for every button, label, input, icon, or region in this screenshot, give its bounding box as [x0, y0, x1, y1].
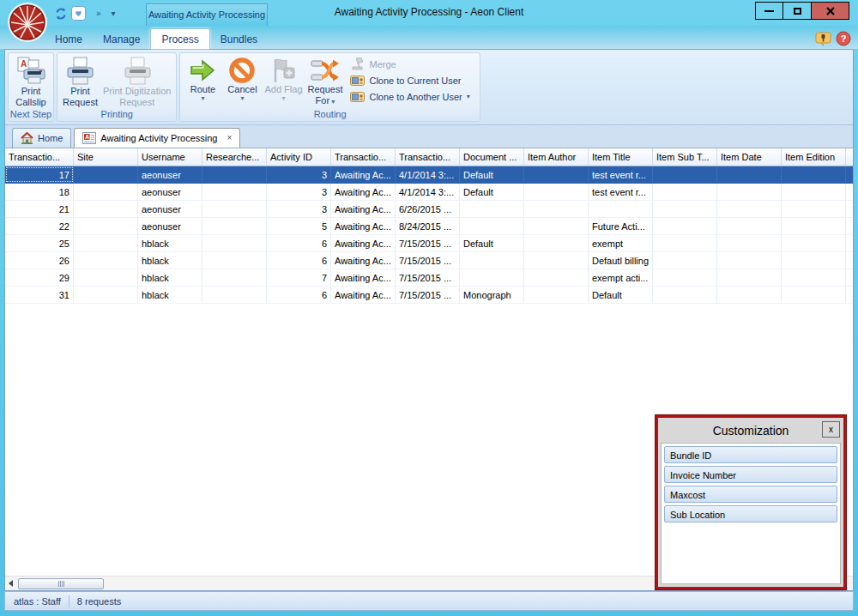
table-cell: Awaiting Ac... — [331, 252, 396, 269]
table-row[interactable]: 26hblack6Awaiting Ac...7/15/2015 ...Defa… — [5, 252, 853, 269]
ribbon-group-content: Route▾Cancel▾Add Flag▾RequestFor ▾MergeC… — [180, 53, 479, 108]
table-cell — [460, 269, 524, 286]
ribbon-tab-manage[interactable]: Manage — [93, 29, 150, 49]
column-header[interactable]: Site — [74, 148, 138, 166]
minimize-button[interactable] — [755, 2, 783, 20]
ribbon-tabs: HomeManageProcessBundles — [45, 26, 268, 49]
table-cell — [74, 235, 138, 251]
ribbon-tab-home[interactable]: Home — [45, 29, 93, 49]
column-header[interactable]: Item Sub T... — [653, 148, 717, 166]
ribbon-tab-bundles[interactable]: Bundles — [210, 29, 268, 49]
help-icon[interactable]: ? — [836, 31, 851, 46]
table-row[interactable]: 21aeonuser3Awaiting Ac...6/26/2015 ... — [5, 201, 853, 218]
request-for-button[interactable]: RequestFor ▾ — [305, 55, 346, 106]
column-header[interactable]: Document ... — [460, 148, 524, 166]
chevron-down-icon: ▾ — [201, 95, 204, 102]
clone-to-current-user-button[interactable]: Clone to Current User — [350, 75, 469, 87]
table-cell — [782, 184, 846, 200]
table-row[interactable]: 18aeonuser3Awaiting Ac...4/1/2014 3:...D… — [5, 184, 853, 201]
customization-field-bundle-id[interactable]: Bundle ID — [664, 446, 837, 463]
table-cell — [782, 218, 846, 234]
table-cell — [74, 252, 138, 269]
document-tab-strip: HomeAAwaiting Activity Processing× — [5, 125, 853, 148]
column-header[interactable]: Item Edition — [782, 148, 846, 166]
table-cell: aeonuser — [138, 201, 202, 217]
table-cell — [74, 269, 138, 286]
qat-dropdown-icon[interactable]: ▾ — [112, 9, 116, 18]
document-tab-awaiting-activity-processing[interactable]: AAwaiting Activity Processing× — [74, 128, 240, 148]
app-window: » ▾ Awaiting Activity Processing Awaitin… — [0, 0, 858, 616]
table-row[interactable]: 25hblack6Awaiting Ac...7/15/2015 ...Defa… — [5, 235, 853, 252]
ribbon-tab-process[interactable]: Process — [150, 28, 209, 49]
table-cell — [524, 201, 589, 217]
table-cell: aeonuser — [138, 184, 202, 200]
table-cell: Future Acti... — [589, 218, 653, 234]
home-icon — [21, 132, 33, 144]
customization-field-maxcost[interactable]: Maxcost — [664, 486, 837, 503]
column-header[interactable]: Transactio... — [5, 148, 74, 166]
table-row[interactable]: 29hblack7Awaiting Ac...7/15/2015 ...exem… — [5, 269, 853, 287]
column-header[interactable]: Transactio... — [331, 148, 396, 166]
title-bar: » ▾ Awaiting Activity Processing Awaitin… — [0, 0, 858, 26]
table-row[interactable]: 31hblack6Awaiting Ac...7/15/2015 ...Mono… — [5, 287, 853, 304]
button-label: Print — [21, 86, 41, 97]
table-cell: aeonuser — [138, 218, 202, 234]
table-cell: 6 — [267, 252, 331, 269]
maximize-button[interactable] — [783, 2, 812, 20]
customization-field-invoice-number[interactable]: Invoice Number — [664, 466, 837, 483]
contextual-tab-group-header: Awaiting Activity Processing — [146, 3, 268, 26]
table-cell: 7/15/2015 ... — [396, 287, 460, 303]
table-cell — [524, 166, 589, 183]
table-cell-filler — [846, 269, 853, 286]
customization-panel-header: Customization x — [658, 418, 843, 443]
sync-icon[interactable] — [53, 6, 68, 21]
table-cell: 29 — [5, 269, 74, 286]
column-header[interactable]: Item Date — [717, 148, 782, 166]
cancel-button[interactable]: Cancel▾ — [222, 55, 262, 102]
table-cell — [653, 287, 717, 303]
merge-icon — [350, 57, 365, 70]
print-request-button[interactable]: PrintRequest — [60, 55, 100, 107]
table-cell: 6/26/2015 ... — [396, 201, 460, 217]
close-button[interactable] — [812, 2, 849, 20]
column-header[interactable]: Item Author — [524, 148, 589, 166]
table-row[interactable]: 17aeonuser3Awaiting Ac...4/1/2014 3:...D… — [5, 166, 853, 184]
customization-close-button[interactable]: x — [822, 421, 840, 438]
print-callslip-icon: A — [16, 57, 45, 86]
column-header[interactable]: Researche... — [202, 148, 267, 166]
table-row[interactable]: 22aeonuser5Awaiting Ac...8/24/2015 ...Fu… — [5, 218, 853, 235]
table-cell — [717, 184, 782, 200]
ribbon-side-buttons: MergeClone to Current UserClone to Anoth… — [345, 55, 476, 108]
scroll-left-icon[interactable] — [9, 580, 13, 587]
favorites-icon[interactable] — [71, 6, 86, 21]
column-header[interactable]: Username — [138, 148, 202, 166]
table-cell — [653, 235, 717, 251]
quick-access-toolbar: » ▾ — [53, 6, 116, 21]
scrollbar-thumb[interactable] — [18, 578, 104, 589]
tab-close-icon[interactable]: × — [227, 134, 232, 142]
route-button[interactable]: Route▾ — [183, 55, 222, 102]
table-cell: hblack — [138, 269, 202, 286]
maximize-icon — [794, 8, 801, 15]
pin-icon[interactable] — [815, 32, 831, 46]
close-icon — [825, 6, 836, 16]
table-cell — [74, 218, 138, 234]
table-cell — [202, 218, 267, 234]
button-label: Print — [70, 86, 90, 97]
print-digitization-request-button: Print DigitizationRequest — [100, 55, 173, 107]
column-header[interactable]: Transactio... — [396, 148, 460, 166]
clone-to-another-user-button[interactable]: Clone to Another User▾ — [350, 91, 469, 103]
column-header[interactable]: Activity ID — [267, 148, 331, 166]
document-tab-home[interactable]: Home — [12, 128, 71, 148]
table-cell — [202, 269, 267, 286]
request-form-icon: A — [82, 132, 96, 144]
grid-rows: 17aeonuser3Awaiting Ac...4/1/2014 3:...D… — [5, 166, 853, 304]
aeon-logo-icon[interactable] — [7, 2, 48, 43]
qat-overflow-icon[interactable]: » — [96, 9, 101, 18]
column-header[interactable]: Item Title — [589, 148, 653, 166]
print-callslip-button[interactable]: APrintCallslip — [11, 55, 51, 107]
table-cell — [202, 287, 267, 303]
table-cell — [202, 184, 267, 200]
table-cell: 4/1/2014 3:... — [396, 184, 460, 200]
customization-field-sub-location[interactable]: Sub Location — [664, 505, 837, 522]
